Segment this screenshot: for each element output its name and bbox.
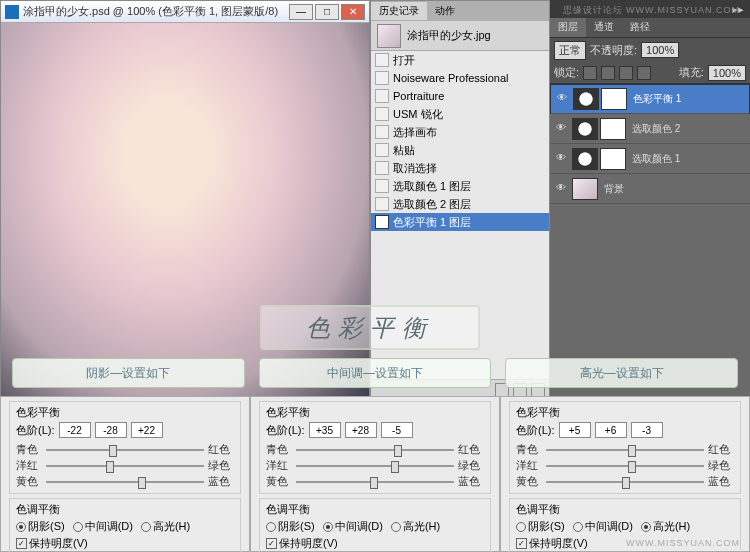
- document-title: 涂指甲的少女.psd @ 100% (色彩平衡 1, 图层蒙版/8): [23, 4, 289, 19]
- slider-cyan-red[interactable]: [296, 443, 454, 457]
- radio-highlight[interactable]: 高光(H): [391, 519, 440, 534]
- history-item[interactable]: 选取颜色 2 图层: [371, 195, 549, 213]
- layers-panel: ▸▸ 图层 通道 路径 正常 不透明度: 100% 锁定: 填充: 100%: [550, 0, 750, 400]
- history-item[interactable]: 选取颜色 1 图层: [371, 177, 549, 195]
- history-item[interactable]: 选择画布: [371, 123, 549, 141]
- layer-row[interactable]: 👁色彩平衡 1: [550, 84, 750, 114]
- app-icon: [5, 5, 19, 19]
- tone-title: 色调平衡: [16, 502, 234, 517]
- level-input-3[interactable]: [381, 422, 413, 438]
- slider-magenta-green[interactable]: [546, 459, 704, 473]
- tab-channels[interactable]: 通道: [586, 18, 622, 37]
- section-midtone: 中间调—设置如下: [259, 358, 492, 388]
- history-item[interactable]: 粘贴: [371, 141, 549, 159]
- lock-label: 锁定:: [554, 65, 579, 80]
- radio-midtone[interactable]: 中间调(D): [73, 519, 133, 534]
- history-filename: 涂指甲的少女.jpg: [407, 28, 491, 43]
- maximize-button[interactable]: □: [315, 4, 339, 20]
- group-title: 色彩平衡: [16, 405, 234, 420]
- slider-magenta-green[interactable]: [46, 459, 204, 473]
- lock-all-icon[interactable]: [637, 66, 651, 80]
- level-input-2[interactable]: [345, 422, 377, 438]
- visibility-icon[interactable]: 👁: [554, 152, 568, 166]
- document-titlebar[interactable]: 涂指甲的少女.psd @ 100% (色彩平衡 1, 图层蒙版/8) — □ ✕: [1, 1, 369, 23]
- opacity-input[interactable]: 100%: [641, 42, 679, 58]
- levels-label: 色阶(L):: [16, 423, 55, 438]
- section-highlight: 高光—设置如下: [505, 358, 738, 388]
- minimize-button[interactable]: —: [289, 4, 313, 20]
- slider-yellow-blue[interactable]: [46, 475, 204, 489]
- lock-pixels-icon[interactable]: [601, 66, 615, 80]
- section-shadow: 阴影—设置如下: [12, 358, 245, 388]
- history-item[interactable]: 色彩平衡 1 图层: [371, 213, 549, 231]
- blend-mode-select[interactable]: 正常: [554, 41, 586, 60]
- level-input-1[interactable]: [59, 422, 91, 438]
- level-input-2[interactable]: [595, 422, 627, 438]
- level-input-1[interactable]: [309, 422, 341, 438]
- history-item[interactable]: 取消选择: [371, 159, 549, 177]
- visibility-icon[interactable]: 👁: [554, 122, 568, 136]
- history-item[interactable]: USM 锐化: [371, 105, 549, 123]
- level-input-1[interactable]: [559, 422, 591, 438]
- visibility-icon[interactable]: 👁: [554, 182, 568, 196]
- cb-panel-highlight: 色彩平衡 色阶(L): 青色红色 洋红绿色 黄色蓝色 色调平衡 阴影(S) 中间…: [500, 396, 750, 552]
- slider-yellow-blue[interactable]: [296, 475, 454, 489]
- radio-midtone[interactable]: 中间调(D): [573, 519, 633, 534]
- level-input-3[interactable]: [631, 422, 663, 438]
- cb-panel-shadow: 色彩平衡 色阶(L): 青色红色 洋红绿色 黄色蓝色 色调平衡 阴影(S) 中间…: [0, 396, 250, 552]
- radio-shadow[interactable]: 阴影(S): [16, 519, 65, 534]
- lock-position-icon[interactable]: [619, 66, 633, 80]
- history-item[interactable]: 打开: [371, 51, 549, 69]
- history-thumb: [377, 24, 401, 48]
- layer-row[interactable]: 👁选取颜色 2: [550, 114, 750, 144]
- cb-panel-midtone: 色彩平衡 色阶(L): 青色红色 洋红绿色 黄色蓝色 色调平衡 阴影(S) 中间…: [250, 396, 500, 552]
- watermark: 思缘设计论坛 WWW.MISSYUAN.COM: [563, 4, 741, 17]
- tab-history[interactable]: 历史记录: [371, 2, 427, 20]
- overlay-title: 色彩平衡: [260, 305, 480, 350]
- layer-row[interactable]: 👁背景: [550, 174, 750, 204]
- tab-layers[interactable]: 图层: [550, 18, 586, 37]
- fill-label: 填充:: [679, 65, 704, 80]
- radio-midtone[interactable]: 中间调(D): [323, 519, 383, 534]
- history-item[interactable]: Noiseware Professional: [371, 69, 549, 87]
- lock-transparency-icon[interactable]: [583, 66, 597, 80]
- preserve-lum-checkbox[interactable]: ✓: [16, 538, 27, 549]
- layers-list: 👁色彩平衡 1 👁选取颜色 2 👁选取颜色 1 👁背景: [550, 84, 750, 400]
- tab-actions[interactable]: 动作: [427, 2, 463, 20]
- radio-shadow[interactable]: 阴影(S): [516, 519, 565, 534]
- preserve-lum-checkbox[interactable]: ✓: [516, 538, 527, 549]
- section-tabs: 阴影—设置如下 中间调—设置如下 高光—设置如下: [12, 358, 738, 388]
- color-balance-panels: 色彩平衡 色阶(L): 青色红色 洋红绿色 黄色蓝色 色调平衡 阴影(S) 中间…: [0, 396, 750, 552]
- slider-yellow-blue[interactable]: [546, 475, 704, 489]
- level-input-3[interactable]: [131, 422, 163, 438]
- visibility-icon[interactable]: 👁: [555, 92, 569, 106]
- fill-input[interactable]: 100%: [708, 65, 746, 81]
- slider-magenta-green[interactable]: [296, 459, 454, 473]
- radio-highlight[interactable]: 高光(H): [641, 519, 690, 534]
- radio-highlight[interactable]: 高光(H): [141, 519, 190, 534]
- slider-cyan-red[interactable]: [46, 443, 204, 457]
- tab-paths[interactable]: 路径: [622, 18, 658, 37]
- close-button[interactable]: ✕: [341, 4, 365, 20]
- radio-shadow[interactable]: 阴影(S): [266, 519, 315, 534]
- opacity-label: 不透明度:: [590, 43, 637, 58]
- layer-row[interactable]: 👁选取颜色 1: [550, 144, 750, 174]
- history-source[interactable]: 涂指甲的少女.jpg: [371, 21, 549, 51]
- watermark-bottom: WWW.MISSYUAN.COM: [626, 538, 740, 548]
- preserve-lum-checkbox[interactable]: ✓: [266, 538, 277, 549]
- slider-cyan-red[interactable]: [546, 443, 704, 457]
- history-item[interactable]: Portraiture: [371, 87, 549, 105]
- level-input-2[interactable]: [95, 422, 127, 438]
